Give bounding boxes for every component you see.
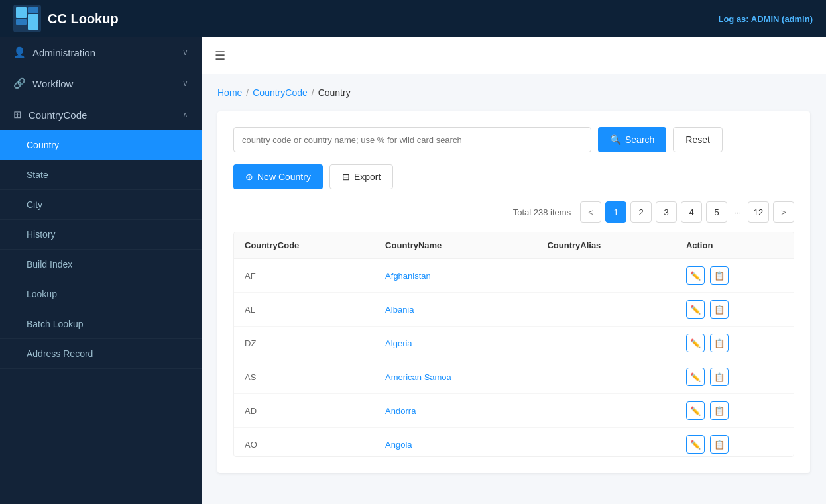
app-header: CC Lookup Log as: ADMIN (admin) — [0, 0, 826, 37]
col-action: Action — [676, 232, 794, 259]
alias-cell — [536, 293, 675, 327]
sidebar-item-batch-lookup[interactable]: Batch Lookup — [0, 309, 202, 339]
sidebar-item-build-index[interactable]: Build Index — [0, 250, 202, 279]
search-input[interactable] — [233, 127, 591, 152]
svg-rect-2 — [16, 19, 27, 25]
table-row: AL Albania ✏️ 📋 — [234, 293, 794, 327]
breadcrumb-countrycode[interactable]: CountryCode — [253, 87, 308, 98]
edit-icon[interactable]: ✏️ — [686, 266, 705, 285]
table-row: AF Afghanistan ✏️ 📋 — [234, 259, 794, 293]
detail-icon[interactable]: 📋 — [710, 435, 729, 454]
col-countryalias: CountryAlias — [536, 232, 675, 259]
sidebar-item-countrycode[interactable]: ⊞ CountryCode ∧ — [0, 99, 202, 130]
name-cell[interactable]: Algeria — [375, 327, 536, 360]
alias-cell — [536, 428, 675, 458]
code-cell: AF — [234, 259, 375, 293]
chevron-down-icon-2: ∨ — [182, 79, 188, 88]
topbar: ☰ — [202, 37, 826, 74]
sidebar: 👤 Administration ∨ 🔗 Workflow ∨ ⊞ Countr… — [0, 37, 202, 504]
edit-icon[interactable]: ✏️ — [686, 401, 705, 420]
table-row: AS American Samoa ✏️ 📋 — [234, 360, 794, 394]
page-4-button[interactable]: 4 — [681, 201, 702, 223]
svg-rect-3 — [28, 14, 38, 30]
action-cell: ✏️ 📋 — [676, 394, 794, 428]
table-header-row: CountryCode CountryName CountryAlias Act… — [234, 232, 794, 259]
edit-icon[interactable]: ✏️ — [686, 300, 705, 319]
code-cell: AD — [234, 394, 375, 428]
chevron-down-icon: ∨ — [182, 48, 188, 57]
sidebar-item-state[interactable]: State — [0, 160, 202, 190]
new-country-button[interactable]: ⊕ New Country — [233, 164, 323, 189]
edit-icon[interactable]: ✏️ — [686, 368, 705, 386]
sidebar-item-country[interactable]: Country — [0, 130, 202, 160]
sidebar-item-address-record[interactable]: Address Record — [0, 339, 202, 369]
plus-icon: ⊕ — [245, 172, 253, 182]
action-cell: ✏️ 📋 — [676, 327, 794, 360]
sidebar-item-city[interactable]: City — [0, 190, 202, 220]
table-row: DZ Algeria ✏️ 📋 — [234, 327, 794, 360]
export-icon: ⊟ — [342, 172, 350, 182]
detail-icon[interactable]: 📋 — [710, 334, 729, 352]
breadcrumb: Home / CountryCode / Country — [217, 87, 810, 98]
page-1-button[interactable]: 1 — [605, 201, 626, 223]
workflow-icon: 🔗 — [13, 77, 26, 89]
edit-icon[interactable]: ✏️ — [686, 334, 705, 352]
search-row: 🔍 Search Reset — [233, 127, 794, 152]
logo: CC Lookup — [13, 5, 119, 32]
prev-page-button[interactable]: < — [580, 201, 601, 223]
app-title: CC Lookup — [48, 11, 119, 26]
detail-icon[interactable]: 📋 — [710, 368, 729, 386]
user-icon: 👤 — [13, 46, 26, 58]
name-cell[interactable]: Albania — [375, 293, 536, 327]
sidebar-item-history[interactable]: History — [0, 220, 202, 250]
hamburger-menu[interactable]: ☰ — [215, 48, 225, 63]
detail-icon[interactable]: 📋 — [710, 401, 729, 420]
last-page-button[interactable]: 12 — [748, 201, 769, 223]
reset-button[interactable]: Reset — [673, 127, 723, 152]
sidebar-item-workflow[interactable]: 🔗 Workflow ∨ — [0, 68, 202, 99]
name-cell[interactable]: American Samoa — [375, 360, 536, 394]
code-cell: AS — [234, 360, 375, 394]
code-cell: AL — [234, 293, 375, 327]
alias-cell — [536, 394, 675, 428]
breadcrumb-home[interactable]: Home — [217, 87, 242, 98]
export-button[interactable]: ⊟ Export — [329, 164, 393, 189]
main-card: 🔍 Search Reset ⊕ New Country ⊟ Ex — [217, 111, 810, 473]
action-cell: ✏️ 📋 — [676, 293, 794, 327]
name-cell[interactable]: Angola — [375, 428, 536, 458]
col-countrycode: CountryCode — [234, 232, 375, 259]
name-cell[interactable]: Afghanistan — [375, 259, 536, 293]
page-dots: ··· — [731, 207, 744, 217]
next-page-button[interactable]: > — [773, 201, 794, 223]
grid-icon: ⊞ — [13, 109, 22, 121]
logo-icon — [13, 5, 41, 32]
sidebar-item-lookup[interactable]: Lookup — [0, 279, 202, 309]
breadcrumb-sep-1: / — [246, 87, 249, 98]
sidebar-item-administration[interactable]: 👤 Administration ∨ — [0, 37, 202, 68]
svg-rect-1 — [28, 7, 38, 13]
svg-rect-0 — [16, 7, 27, 18]
detail-icon[interactable]: 📋 — [710, 266, 729, 285]
breadcrumb-sep-2: / — [312, 87, 314, 98]
sidebar-sub-menu: Country State City History Build Index L… — [0, 130, 202, 369]
table-row: AD Andorra ✏️ 📋 — [234, 394, 794, 428]
action-cell: ✏️ 📋 — [676, 428, 794, 458]
detail-icon[interactable]: 📋 — [710, 300, 729, 319]
edit-icon[interactable]: ✏️ — [686, 435, 705, 454]
name-cell[interactable]: Andorra — [375, 394, 536, 428]
action-cell: ✏️ 📋 — [676, 360, 794, 394]
total-items: Total 238 items — [513, 207, 571, 217]
code-cell: DZ — [234, 327, 375, 360]
search-icon: 🔍 — [610, 134, 621, 145]
main-area: ☰ Home / CountryCode / Country 🔍 Search — [202, 37, 826, 504]
user-info: Log as: ADMIN (admin) — [718, 14, 813, 24]
search-button[interactable]: 🔍 Search — [598, 127, 666, 152]
page-5-button[interactable]: 5 — [706, 201, 727, 223]
page-3-button[interactable]: 3 — [656, 201, 677, 223]
page-2-button[interactable]: 2 — [630, 201, 652, 223]
table-row: AO Angola ✏️ 📋 — [234, 428, 794, 458]
chevron-up-icon: ∧ — [182, 110, 188, 119]
country-table: CountryCode CountryName CountryAlias Act… — [233, 232, 794, 457]
alias-cell — [536, 327, 675, 360]
content-area: Home / CountryCode / Country 🔍 Search Re… — [202, 74, 826, 504]
